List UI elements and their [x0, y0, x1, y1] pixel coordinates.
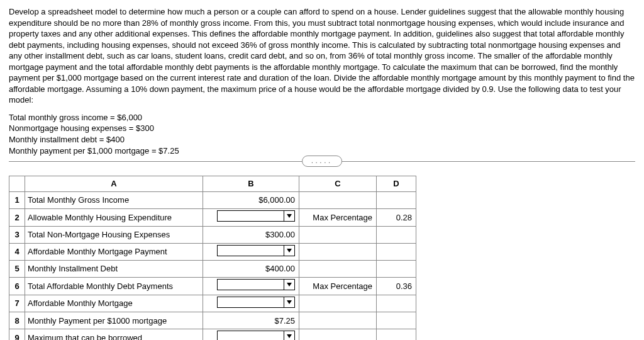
problem-statement: Develop a spreadsheet model to determine… [9, 6, 635, 106]
cell-c-value [299, 312, 377, 329]
table-row: 2Allowable Monthly Housing ExpenditureMa… [9, 209, 416, 227]
row-header: 2 [9, 209, 25, 227]
row-label: Maximum that can be borrowed [25, 329, 203, 340]
table-row: 6Total Affordable Monthly Debt PaymentsM… [9, 278, 416, 295]
row-label: Monthly Payment per $1000 mortgage [25, 312, 203, 329]
row-label: Affordable Monthly Mortgage Payment [25, 243, 203, 261]
cell-c-value: Max Percentage [299, 209, 377, 227]
cell-b-value: $6,000.00 [203, 192, 299, 209]
col-header-d: D [377, 176, 416, 192]
given-line-4: Monthly payment per $1,000 mortgage = $7… [9, 145, 635, 157]
corner-cell [9, 176, 25, 192]
dropdown-field[interactable] [217, 245, 295, 256]
dropdown-field[interactable] [217, 297, 295, 308]
cell-c-value [299, 243, 377, 261]
cell-d-value [377, 192, 416, 209]
cell-b-dropdown [203, 329, 299, 340]
row-header: 8 [9, 312, 25, 329]
cell-d-value [377, 226, 416, 243]
cell-c-value [299, 261, 377, 278]
row-header: 7 [9, 295, 25, 312]
cell-b-value: $7.25 [203, 312, 299, 329]
spreadsheet-table: A B C D 1Total Monthly Gross Income$6,00… [9, 176, 416, 340]
cell-b-dropdown [203, 243, 299, 261]
chevron-down-icon [284, 297, 294, 307]
dropdown-field[interactable] [217, 331, 295, 340]
given-line-2: Nonmortgage housing expenses = $300 [9, 123, 635, 134]
cell-b-dropdown [203, 209, 299, 227]
cell-b-dropdown [203, 295, 299, 312]
dropdown-field[interactable] [217, 210, 295, 222]
chevron-down-icon [284, 280, 294, 290]
cell-d-value: 0.28 [377, 209, 416, 227]
cell-c-value [299, 192, 377, 209]
row-label: Allowable Monthly Housing Expenditure [25, 209, 203, 227]
cell-c-value [299, 226, 377, 243]
given-data-block: Total monthly gross income = $6,000 Nonm… [9, 112, 635, 156]
row-label: Total Affordable Monthly Debt Payments [25, 278, 203, 295]
row-header: 3 [9, 226, 25, 243]
col-header-a: A [25, 176, 203, 192]
table-row: 5Monthly Installment Debt$400.00 [9, 261, 416, 278]
cell-c-value: Max Percentage [299, 278, 377, 295]
ellipsis-pill[interactable]: ..... [302, 156, 342, 167]
cell-d-value [377, 295, 416, 312]
col-header-b: B [203, 176, 299, 192]
table-row: 7Affordable Monthly Mortgage [9, 295, 416, 312]
dropdown-field[interactable] [217, 279, 295, 290]
table-row: 3Total Non-Mortgage Housing Expenses$300… [9, 226, 416, 243]
cell-b-value: $400.00 [203, 261, 299, 278]
table-row: 9Maximum that can be borrowed [9, 329, 416, 340]
cell-d-value [377, 243, 416, 261]
col-header-c: C [299, 176, 377, 192]
cell-c-value [299, 295, 377, 312]
table-row: 4Affordable Monthly Mortgage Payment [9, 243, 416, 261]
row-header: 1 [9, 192, 25, 209]
row-header: 4 [9, 243, 25, 261]
chevron-down-icon [284, 331, 294, 340]
cell-d-value [377, 261, 416, 278]
given-line-3: Monthly installment debt = $400 [9, 134, 635, 145]
table-row: 1Total Monthly Gross Income$6,000.00 [9, 192, 416, 209]
row-label: Affordable Monthly Mortgage [25, 295, 203, 312]
row-label: Total Non-Mortgage Housing Expenses [25, 226, 203, 243]
row-header: 6 [9, 278, 25, 295]
cell-d-value [377, 329, 416, 340]
cell-d-value: 0.36 [377, 278, 416, 295]
cell-b-dropdown [203, 278, 299, 295]
chevron-down-icon [284, 211, 294, 221]
chevron-down-icon [284, 246, 294, 256]
cell-b-value: $300.00 [203, 226, 299, 243]
row-header: 9 [9, 329, 25, 340]
row-label: Monthly Installment Debt [25, 261, 203, 278]
table-row: 8Monthly Payment per $1000 mortgage$7.25 [9, 312, 416, 329]
cell-c-value [299, 329, 377, 340]
row-header: 5 [9, 261, 25, 278]
row-label: Total Monthly Gross Income [25, 192, 203, 209]
cell-d-value [377, 312, 416, 329]
given-line-1: Total monthly gross income = $6,000 [9, 112, 635, 123]
